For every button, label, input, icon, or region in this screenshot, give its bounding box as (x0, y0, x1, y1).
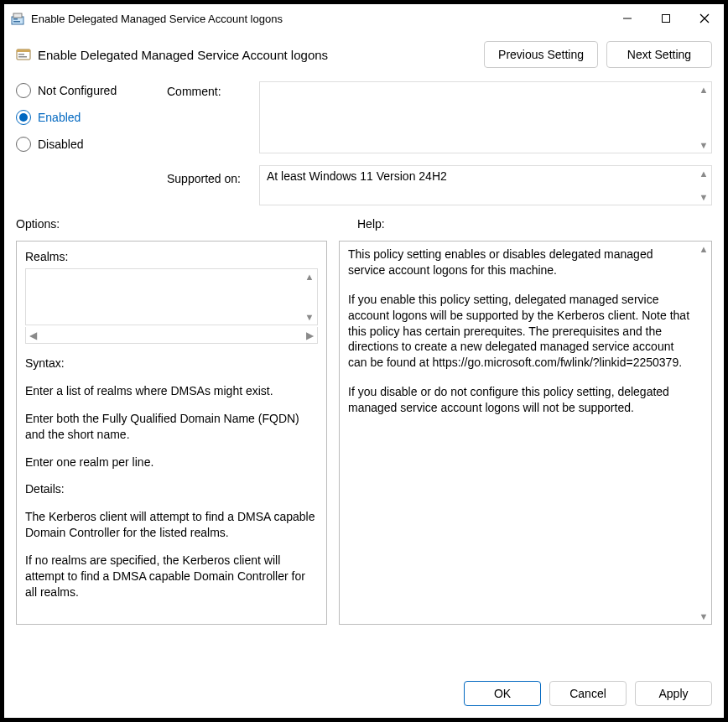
radio-label: Not Configured (38, 84, 117, 97)
help-pane: This policy setting enables or disables … (339, 241, 712, 625)
gpedit-icon (11, 12, 24, 25)
radio-not-configured[interactable]: Not Configured (16, 83, 167, 98)
svg-rect-1 (13, 13, 22, 18)
panes-headings: Options: Help: (4, 205, 724, 236)
details-text: If no realms are specified, the Kerberos… (25, 553, 318, 600)
radio-icon (16, 110, 31, 125)
scroll-right-icon[interactable]: ▶ (306, 330, 314, 341)
radio-label: Disabled (38, 138, 83, 151)
title-bar: Enable Delegated Managed Service Account… (4, 4, 724, 33)
state-radio-group: Not Configured Enabled Disabled (16, 81, 167, 164)
realms-horizontal-scroll[interactable]: ◀ ▶ (25, 327, 318, 344)
scroll-down-icon[interactable]: ▼ (698, 139, 710, 151)
ok-button[interactable]: OK (464, 681, 541, 706)
help-heading: Help: (337, 217, 712, 231)
close-button[interactable] (685, 4, 724, 33)
realms-input[interactable]: ▲ ▼ (25, 268, 318, 325)
syntax-heading: Syntax: (25, 356, 318, 371)
dialog-window: Enable Delegated Managed Service Account… (3, 3, 725, 719)
svg-rect-10 (18, 54, 24, 55)
scroll-left-icon[interactable]: ◀ (29, 330, 37, 341)
svg-rect-11 (18, 56, 27, 58)
minimize-button[interactable] (608, 4, 647, 33)
supported-on-label: Supported on: (167, 165, 259, 185)
setting-title: Enable Delegated Managed Service Account… (38, 48, 476, 62)
svg-rect-9 (17, 49, 30, 52)
scroll-up-icon[interactable]: ▲ (304, 271, 315, 283)
details-text: The Kerberos client will attempt to find… (25, 509, 318, 541)
radio-enabled[interactable]: Enabled (16, 110, 167, 125)
options-heading: Options: (16, 217, 337, 231)
panes: Realms: ▲ ▼ ◀ ▶ Syntax: Enter a list of … (4, 236, 724, 671)
scroll-up-icon[interactable]: ▲ (698, 168, 710, 179)
realms-label: Realms: (25, 250, 318, 263)
syntax-text: Enter one realm per line. (25, 454, 318, 470)
svg-rect-3 (13, 21, 20, 23)
previous-setting-button[interactable]: Previous Setting (484, 41, 598, 68)
radio-icon (16, 137, 31, 152)
maximize-button[interactable] (647, 4, 685, 33)
details-heading: Details: (25, 481, 318, 497)
supported-on-field: At least Windows 11 Version 24H2 ▲ ▼ (259, 165, 712, 205)
next-setting-button[interactable]: Next Setting (606, 41, 712, 68)
syntax-text: Enter a list of realms where DMSAs might… (25, 383, 318, 399)
policy-setting-icon (16, 47, 31, 62)
scroll-up-icon[interactable]: ▲ (698, 84, 710, 96)
cancel-button[interactable]: Cancel (549, 681, 627, 706)
radio-icon (16, 83, 31, 98)
scroll-down-icon[interactable]: ▼ (698, 191, 710, 203)
radio-disabled[interactable]: Disabled (16, 137, 167, 152)
radio-label: Enabled (38, 111, 81, 124)
help-text: This policy setting enables or disables … (348, 247, 693, 278)
comment-label: Comment: (167, 81, 259, 98)
header-row: Enable Delegated Managed Service Account… (4, 33, 724, 78)
svg-rect-2 (13, 18, 18, 20)
dialog-buttons: OK Cancel Apply (4, 671, 724, 718)
window-title: Enable Delegated Managed Service Account… (31, 13, 608, 25)
help-text: If you enable this policy setting, deleg… (348, 292, 693, 371)
apply-button[interactable]: Apply (635, 681, 712, 706)
scroll-down-icon[interactable]: ▼ (698, 610, 710, 622)
state-section: Not Configured Enabled Disabled Comment:… (4, 78, 724, 205)
svg-rect-5 (663, 15, 670, 23)
options-pane: Realms: ▲ ▼ ◀ ▶ Syntax: Enter a list of … (16, 241, 327, 625)
scroll-down-icon[interactable]: ▼ (304, 311, 315, 323)
help-text: If you disable or do not configure this … (348, 384, 693, 416)
supported-on-value: At least Windows 11 Version 24H2 (267, 169, 447, 183)
comment-field[interactable]: ▲ ▼ (259, 81, 712, 153)
scroll-up-icon[interactable]: ▲ (698, 243, 710, 255)
syntax-text: Enter both the Fully Qualified Domain Na… (25, 411, 318, 443)
